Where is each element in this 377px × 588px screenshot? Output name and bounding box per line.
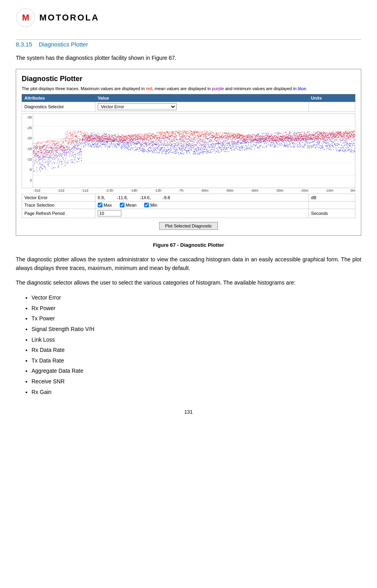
svg-text:M: M — [22, 13, 29, 22]
list-item: Signal Strength Ratio V/H — [32, 324, 361, 335]
trace-selection-row: Trace Selection Max Mean Min — [22, 202, 355, 209]
trace-unit — [308, 202, 355, 209]
list-item: Receive SNR — [32, 376, 361, 387]
figure-caption: Figure 67 - Diagnostic Plotter — [16, 242, 361, 248]
motorola-logo-icon: M — [16, 8, 35, 28]
list-item: Aggregate Data Rate — [32, 366, 361, 376]
top-divider — [16, 39, 361, 40]
body-para-1: The diagnostic plotter allows the system… — [16, 255, 361, 273]
selector-value-cell: Vector Error Rx Power Tx Power Signal St… — [95, 102, 308, 112]
section-heading: 8.3.15 Diagnostics Plotter — [16, 41, 361, 48]
diagnostics-selector-dropdown[interactable]: Vector Error Rx Power Tx Power Signal St… — [98, 103, 176, 110]
max-label: Max — [104, 203, 112, 207]
list-item: Rx Gain — [32, 387, 361, 398]
selector-row: Diagnostics Selector Vector Error Rx Pow… — [22, 102, 355, 112]
vector-error-row: Vector Error 6.9, -11.8, -14.6, -9.8 dB — [22, 194, 355, 202]
chart-wrapper: -30 -25 -20 -15 -10 -5 0 — [22, 113, 355, 188]
plot-button-row: Plot Selected Diagnostic — [22, 220, 355, 231]
refresh-unit: Seconds — [308, 209, 355, 218]
ve-unit: dB — [308, 194, 355, 202]
body-para-2: The diagnostic selector allows the user … — [16, 278, 361, 287]
ve-values-cell: 6.9, -11.8, -14.6, -9.8 — [95, 194, 308, 202]
col-header-value: Value — [95, 94, 308, 102]
refresh-row: Page Refresh Period Seconds — [22, 209, 355, 218]
list-item: Rx Data Rate — [32, 345, 361, 355]
selector-label: Diagnostics Selector — [22, 102, 95, 112]
mean-label: Mean — [126, 203, 137, 207]
diagnostics-lower-table: Vector Error 6.9, -11.8, -14.6, -9.8 dB … — [22, 194, 355, 218]
min-checkbox[interactable] — [144, 203, 149, 207]
refresh-label: Page Refresh Period — [22, 209, 95, 218]
trace-label: Trace Selection — [22, 202, 95, 209]
list-item: Rx Power — [32, 303, 361, 314]
list-item: Link Loss — [32, 335, 361, 345]
trace-checkboxes-cell: Max Mean Min — [95, 202, 308, 209]
max-checkbox[interactable] — [98, 203, 102, 207]
chart-inner — [33, 114, 355, 188]
plotter-box: Diagnostic Plotter The plot displays thr… — [16, 69, 361, 236]
ve-label: Vector Error — [22, 194, 95, 202]
col-header-units: Units — [308, 94, 355, 102]
col-header-attributes: Attributes — [22, 94, 95, 102]
mean-checkbox-label[interactable]: Mean — [120, 203, 137, 207]
list-item: Tx Data Rate — [32, 355, 361, 366]
ve-v4: -9.8 — [163, 195, 170, 200]
min-checkbox-label[interactable]: Min — [144, 203, 157, 207]
list-item: Vector Error — [32, 292, 361, 303]
refresh-input[interactable] — [98, 210, 121, 216]
logo-area: M MOTOROLA — [16, 8, 361, 28]
x-axis-labels: -31d -21d -11d -2.5h -19h -13h -7h -60m … — [22, 188, 355, 192]
plotter-title: Diagnostic Plotter — [22, 75, 355, 83]
page-number: 131 — [16, 409, 361, 415]
refresh-value-cell — [95, 209, 308, 218]
min-label: Min — [150, 203, 157, 207]
selector-unit — [308, 102, 355, 112]
mean-checkbox[interactable] — [120, 203, 124, 207]
max-checkbox-label[interactable]: Max — [98, 203, 112, 207]
brand-name: MOTOROLA — [39, 13, 99, 23]
ve-v2: -11.8, — [117, 195, 128, 200]
intro-paragraph: The system has the diagnostics plotter f… — [16, 55, 361, 61]
ve-v3: -14.6, — [140, 195, 151, 200]
list-item: Tx Power — [32, 313, 361, 324]
histogram-list: Vector Error Rx Power Tx Power Signal St… — [32, 292, 361, 397]
plot-description: The plot displays three traces. Maximum … — [22, 86, 355, 91]
diagnostics-table: Attributes Value Units Diagnostics Selec… — [22, 94, 355, 112]
y-axis: -30 -25 -20 -15 -10 -5 0 — [22, 114, 33, 188]
ve-v1: 6.9, — [98, 195, 105, 200]
plot-canvas — [33, 114, 355, 188]
plot-selected-diagnostic-button[interactable]: Plot Selected Diagnostic — [159, 222, 218, 230]
